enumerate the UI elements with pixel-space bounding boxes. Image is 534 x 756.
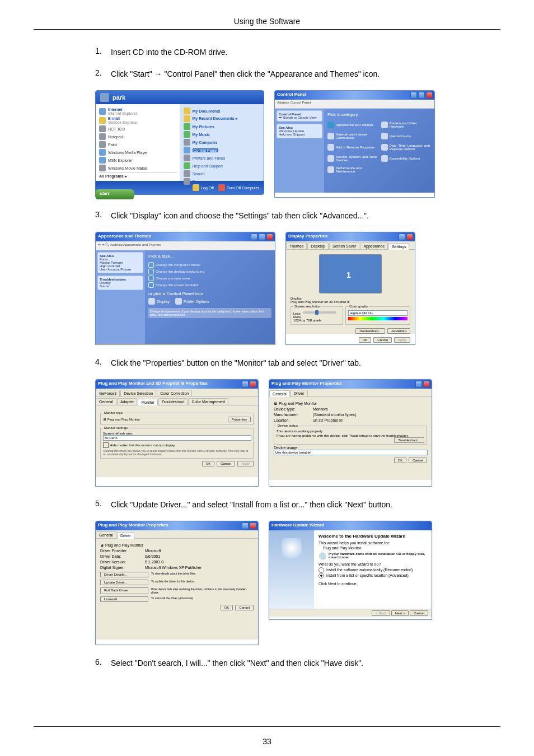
cp-appearance-themes[interactable]: Appearance and Themes	[327, 122, 378, 128]
start-menu: park InternetInternet Explorer E-mailOut…	[95, 90, 264, 195]
tab-appearance[interactable]: Appearance	[360, 242, 388, 249]
cp-network[interactable]: Network and Internet Connections	[327, 133, 378, 139]
step-4: 4. Click the "Properties" button on the …	[95, 357, 500, 369]
tab-devsel[interactable]: Device Selection	[120, 390, 156, 396]
refresh-rate-select[interactable]: 60 Hertz	[103, 435, 251, 441]
paint-icon	[99, 141, 106, 148]
cp-performance[interactable]: Performance and Maintenance	[327, 166, 378, 173]
max-icon[interactable]	[259, 234, 265, 240]
monitor-props-driver-window: Plug and Play Monitor Properties General…	[95, 521, 259, 645]
step-5-num: 5.	[95, 499, 111, 511]
page-header: Using the Software	[34, 17, 500, 26]
wizard-opt-auto[interactable]	[318, 567, 324, 573]
help-icon[interactable]	[242, 381, 249, 388]
notepad-icon	[99, 133, 106, 140]
cp-users[interactable]: User Accounts	[381, 133, 432, 139]
tab-geforce[interactable]: GeForce3	[96, 390, 120, 396]
tab-adapter[interactable]: Adapter	[117, 398, 138, 405]
close-icon[interactable]	[266, 234, 273, 240]
resolution-slider[interactable]	[303, 311, 336, 314]
close-icon[interactable]	[250, 381, 256, 388]
step-3-text: Click "Display" icon and choose the "Set…	[111, 210, 500, 222]
cp-add-remove[interactable]: Add or Remove Programs	[327, 144, 378, 151]
tab-general[interactable]: General	[269, 390, 290, 397]
folder-icon	[175, 298, 182, 305]
tab-monitor[interactable]: Monitor	[138, 399, 157, 405]
email-icon	[99, 117, 106, 124]
monitor-preview	[319, 254, 382, 293]
ie-icon	[99, 108, 106, 115]
tab-colorcorr[interactable]: Color Correction	[157, 390, 192, 396]
start-menu-right: My Documents My Recent Documents ▸ My Pi…	[180, 104, 264, 181]
shutdown-button[interactable]: Turn Off Computer	[218, 184, 259, 191]
driver-details-button[interactable]: Driver Details...	[100, 572, 148, 577]
tab-troubleshoot[interactable]: Troubleshoot	[158, 398, 188, 405]
troubleshoot-button[interactable]: Troubleshoot...	[355, 328, 386, 334]
user-avatar-icon	[100, 93, 109, 102]
folder-opts-item[interactable]: Folder Options	[175, 298, 209, 305]
monitor-properties-button[interactable]: Properties	[228, 417, 251, 422]
taskbar-start-button[interactable]: start	[95, 189, 134, 199]
cancel-button[interactable]: Cancel	[217, 461, 235, 466]
help-icon[interactable]	[399, 234, 405, 240]
cp-printers[interactable]: Printers and Other Hardware	[381, 122, 432, 128]
cp-accessibility[interactable]: Accessibility Options	[381, 155, 432, 162]
my-computer-icon	[184, 139, 190, 146]
logoff-button[interactable]: Log Off	[193, 184, 214, 191]
step-2-text: Click "Start" → "Control Panel" then cli…	[111, 68, 500, 80]
next-button[interactable]: Next >	[391, 610, 409, 616]
color-quality-select[interactable]: Highest (32 bit)	[348, 310, 407, 316]
recent-docs-icon	[184, 115, 190, 122]
tab-themes[interactable]: Themes	[286, 242, 307, 249]
close-icon[interactable]	[426, 92, 433, 99]
tab-driver[interactable]: Driver	[291, 390, 308, 396]
hide-modes-checkbox[interactable]	[103, 442, 109, 448]
close-icon[interactable]	[406, 234, 413, 240]
tab-general[interactable]: General	[96, 531, 116, 538]
step-4-text: Click the "Properties" button on the "Mo…	[111, 357, 500, 369]
display-icon-item[interactable]: Display	[148, 298, 170, 305]
figure-monitor-properties: Plug and Play Monitor and 3D Prophet III…	[95, 379, 500, 486]
advanced-button[interactable]: Advanced	[387, 328, 410, 334]
tab-desktop[interactable]: Desktop	[307, 242, 329, 249]
help-icon[interactable]	[242, 522, 249, 529]
close-icon[interactable]	[423, 381, 430, 388]
tab-driver[interactable]: Driver	[117, 532, 134, 539]
accessibility-icon	[381, 155, 388, 162]
hardware-wizard-window: Hardware Update Wizard Welcome to the Ha…	[269, 521, 432, 620]
help-icon[interactable]	[415, 381, 422, 388]
hct-icon	[99, 125, 106, 132]
cancel-button[interactable]: Cancel	[409, 458, 427, 463]
ok-button[interactable]: OK	[221, 605, 233, 610]
tab-settings[interactable]: Settings	[388, 243, 409, 250]
close-icon[interactable]	[250, 522, 256, 529]
printers-hw-icon	[381, 122, 388, 128]
cancel-button[interactable]: Cancel	[373, 337, 392, 343]
start-menu-left: InternetInternet Explorer E-mailOutlook …	[96, 104, 180, 181]
uninstall-button[interactable]: Uninstall	[100, 596, 148, 602]
start-control-panel-item[interactable]: Control Panel	[184, 147, 261, 153]
min-icon[interactable]	[251, 234, 257, 240]
cp-sounds[interactable]: Sounds, Speech, and Audio Devices	[327, 155, 378, 162]
search-icon	[184, 170, 190, 177]
monitor-prophet-props-window: Plug and Play Monitor and 3D Prophet III…	[95, 379, 259, 487]
troubleshoot-button[interactable]: Troubleshoot...	[394, 437, 424, 443]
tab-general[interactable]: General	[96, 398, 116, 405]
device-usage-select[interactable]: Use this device (enable)	[274, 450, 428, 455]
logoff-icon	[193, 184, 199, 191]
update-driver-button[interactable]: Update Driver...	[100, 580, 148, 585]
ok-button[interactable]: OK	[394, 458, 407, 463]
cancel-button[interactable]: Cancel	[410, 610, 428, 616]
wizard-heading: Welcome to the Hardware Update Wizard	[318, 534, 427, 539]
max-icon[interactable]	[418, 92, 425, 99]
ok-button[interactable]: OK	[359, 337, 372, 343]
tab-colormgmt[interactable]: Color Management	[188, 398, 228, 405]
tab-screensaver[interactable]: Screen Saver	[329, 242, 359, 249]
cp-date-time[interactable]: Date, Time, Language, and Regional Optio…	[381, 144, 432, 151]
ok-button[interactable]: OK	[202, 461, 215, 466]
min-icon[interactable]	[410, 92, 417, 99]
rollback-driver-button[interactable]: Roll Back Driver	[100, 587, 148, 594]
cancel-button[interactable]: Cancel	[235, 605, 254, 610]
all-programs[interactable]: All Programs ▸	[99, 172, 176, 179]
wizard-opt-list[interactable]	[318, 573, 324, 578]
